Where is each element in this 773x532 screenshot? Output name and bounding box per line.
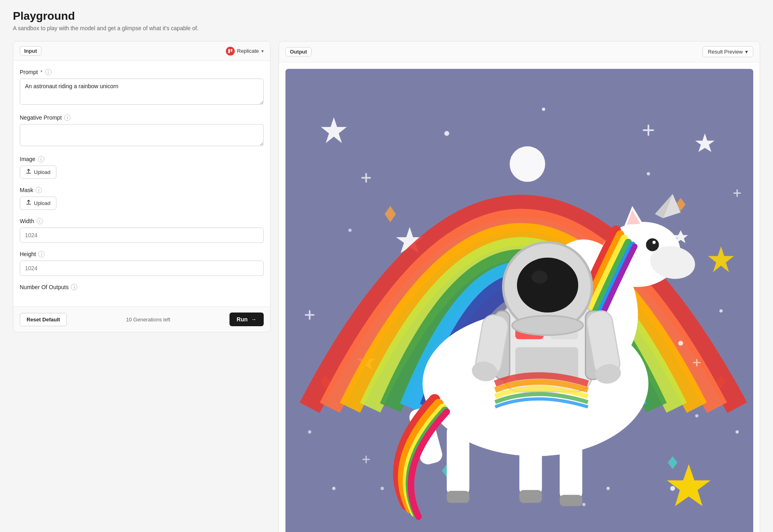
negative-prompt-field-group: Negative Prompt i: [20, 114, 264, 148]
svg-point-12: [542, 108, 545, 111]
svg-point-54: [517, 258, 578, 313]
svg-point-13: [308, 431, 311, 434]
replicate-icon: [226, 47, 235, 56]
negative-prompt-textarea[interactable]: [20, 124, 264, 146]
svg-point-14: [736, 431, 739, 434]
run-arrow-icon: →: [251, 316, 256, 323]
output-image: [285, 69, 753, 532]
svg-point-30: [646, 238, 659, 251]
svg-point-8: [444, 131, 449, 136]
height-info-icon[interactable]: i: [38, 251, 45, 257]
mask-upload-button[interactable]: Upload: [20, 197, 56, 210]
output-panel: Output Result Preview ▾: [279, 41, 760, 532]
prompt-textarea[interactable]: An astronaut riding a rainbow unicorn: [20, 79, 264, 105]
prompt-field-group: Prompt * i An astronaut riding a rainbow…: [20, 69, 264, 106]
svg-point-65: [582, 503, 585, 506]
svg-rect-36: [519, 424, 542, 497]
svg-point-56: [512, 316, 583, 335]
page-subtitle: A sandbox to play with the model and get…: [13, 25, 760, 31]
output-image-container: [285, 69, 753, 532]
svg-point-63: [695, 414, 699, 417]
image-upload-button[interactable]: Upload: [20, 166, 56, 179]
svg-rect-0: [228, 49, 230, 53]
svg-point-9: [647, 172, 650, 175]
mask-upload-label: Upload: [34, 200, 50, 206]
svg-rect-37: [560, 432, 582, 501]
output-label: Output: [285, 47, 312, 56]
input-panel-header: Input Replicate ▾: [13, 41, 270, 61]
width-field-group: Width i: [20, 218, 264, 243]
height-field-group: Height i: [20, 251, 264, 276]
svg-point-16: [380, 487, 384, 490]
height-label: Height i: [20, 251, 264, 257]
height-input[interactable]: [20, 261, 264, 276]
replicate-label: Replicate: [237, 48, 259, 54]
svg-point-61: [510, 146, 545, 182]
replicate-badge[interactable]: Replicate ▾: [226, 47, 264, 56]
width-label: Width i: [20, 218, 264, 224]
mask-field-group: Mask i Upload: [20, 187, 264, 210]
required-star: *: [40, 69, 42, 75]
svg-rect-1: [231, 49, 232, 52]
page-title: Playground: [13, 10, 760, 23]
svg-point-10: [348, 229, 351, 232]
svg-point-15: [670, 486, 675, 491]
image-upload-label: Upload: [34, 169, 50, 175]
run-button[interactable]: Run →: [229, 313, 264, 326]
input-label: Input: [20, 46, 41, 56]
svg-point-17: [606, 487, 610, 490]
num-outputs-field-group: Number Of Outputs i: [20, 284, 264, 290]
result-preview-label: Result Preview: [708, 49, 743, 55]
image-info-icon[interactable]: i: [38, 156, 44, 162]
result-preview-button[interactable]: Result Preview ▾: [703, 46, 753, 57]
input-panel-body: Prompt * i An astronaut riding a rainbow…: [13, 61, 270, 306]
negative-prompt-info-icon[interactable]: i: [64, 114, 70, 121]
width-info-icon[interactable]: i: [37, 218, 43, 224]
prompt-info-icon[interactable]: i: [45, 69, 52, 75]
mask-label: Mask i: [20, 187, 264, 193]
svg-rect-41: [560, 495, 582, 506]
svg-point-62: [678, 341, 683, 346]
prompt-label: Prompt * i: [20, 69, 264, 75]
svg-rect-40: [519, 490, 542, 503]
reset-default-button[interactable]: Reset Default: [20, 313, 67, 326]
output-body: [279, 62, 760, 532]
num-outputs-info-icon[interactable]: i: [71, 284, 77, 290]
negative-prompt-label: Negative Prompt i: [20, 114, 264, 121]
main-layout: Input Replicate ▾ Prompt * i: [13, 41, 760, 532]
svg-point-11: [719, 309, 723, 313]
output-panel-header: Output Result Preview ▾: [279, 41, 760, 62]
mask-upload-icon: [26, 200, 31, 207]
input-panel-footer: Reset Default 10 Generations left Run →: [13, 306, 270, 332]
num-outputs-label: Number Of Outputs i: [20, 284, 264, 290]
svg-point-64: [332, 487, 335, 490]
generations-left: 10 Generations left: [126, 317, 170, 323]
image-field-group: Image i Upload: [20, 156, 264, 179]
mask-info-icon[interactable]: i: [35, 187, 42, 193]
replicate-chevron-icon: ▾: [261, 48, 264, 54]
width-input[interactable]: [20, 228, 264, 243]
run-label: Run: [237, 316, 248, 323]
svg-rect-42: [447, 491, 469, 503]
upload-icon: [26, 169, 31, 176]
svg-point-55: [531, 271, 548, 284]
svg-rect-38: [447, 424, 469, 497]
input-panel: Input Replicate ▾ Prompt * i: [13, 41, 271, 332]
svg-point-31: [653, 241, 656, 244]
image-label: Image i: [20, 156, 264, 162]
result-preview-chevron-icon: ▾: [745, 49, 748, 55]
